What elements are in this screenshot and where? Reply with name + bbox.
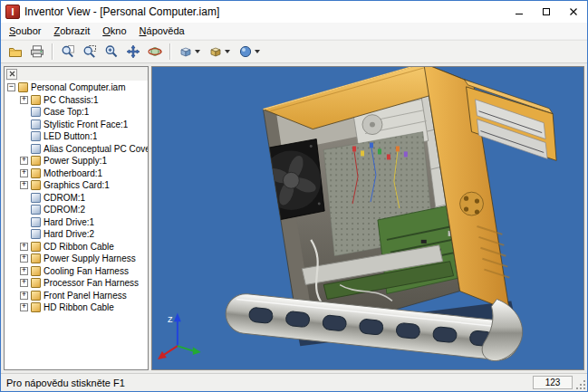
status-value: 123	[533, 376, 573, 389]
tree-expander-plus-icon[interactable]: +	[20, 157, 28, 165]
tree-item-label: Motherboard:1	[43, 168, 102, 178]
tree-item-label: Graphics Card:1	[43, 180, 110, 190]
maximize-button[interactable]	[533, 1, 560, 23]
tree-item[interactable]: CDROM:1	[5, 192, 148, 205]
close-button[interactable]	[560, 1, 587, 23]
tree-item-label: CD Ribbon Cable	[43, 242, 114, 252]
part-icon	[31, 120, 41, 129]
assembly-icon	[31, 95, 41, 105]
magnifier-page-icon	[61, 44, 75, 59]
zoom-window-button[interactable]	[79, 42, 100, 62]
tree-item[interactable]: +Cooling Fan Harness	[5, 265, 148, 278]
orbit-icon	[148, 44, 162, 59]
menu-item-2[interactable]: Okno	[96, 23, 132, 39]
tree-item[interactable]: +Processor Fan Harness	[5, 277, 148, 290]
part-icon	[31, 229, 41, 239]
tree-item[interactable]: Case Top:1	[5, 106, 148, 119]
tree-item-label: Power Supply:1	[43, 156, 107, 166]
tree-expander-plus-icon[interactable]: +	[20, 254, 28, 263]
assembly-icon	[31, 180, 41, 190]
tree-expander-plus-icon[interactable]: +	[20, 303, 28, 311]
tree-item[interactable]: +Power Supply Harness	[5, 253, 148, 265]
minimize-icon	[514, 6, 525, 17]
status-message: Pro nápovědu stiskněte F1	[1, 378, 533, 388]
assembly-icon	[31, 168, 41, 178]
print-button[interactable]	[26, 42, 47, 62]
look-at-button[interactable]	[175, 42, 204, 62]
tree-item[interactable]: Alias Conceptual PC Cover:1	[5, 143, 148, 156]
tree-expander-minus-icon[interactable]: −	[7, 83, 15, 91]
menu-item-3[interactable]: Nápověda	[133, 23, 191, 39]
browser-panel: −Personal Computer.iam+PC Chassis:1Case …	[4, 66, 149, 370]
cooling-fan	[257, 139, 325, 223]
viewport[interactable]: Z	[151, 66, 584, 370]
shaded-button[interactable]	[235, 42, 264, 62]
printer-icon	[30, 44, 44, 59]
view-face-cube-icon	[178, 44, 193, 59]
tree-expander-plus-icon[interactable]: +	[20, 279, 28, 287]
tree-item[interactable]: +CD Ribbon Cable	[5, 241, 148, 253]
close-panel-button[interactable]	[6, 69, 17, 80]
tree-item[interactable]: Hard Drive:1	[5, 216, 148, 229]
part-icon	[31, 217, 41, 227]
tree-item-label: Hard Drive:1	[43, 217, 94, 227]
tree-item-label: Hard Drive:2	[43, 229, 94, 239]
close-panel-icon	[9, 71, 15, 77]
app-window: I Inventor View - [Personal Computer.iam…	[0, 0, 588, 392]
triad-z-label: Z	[168, 315, 173, 324]
tree-expander-plus-icon[interactable]: +	[20, 292, 28, 300]
tree-item-label: Case Top:1	[43, 107, 89, 117]
menu-item-0[interactable]: Soubor	[3, 23, 47, 39]
tree-item-label: Stylistic Front Face:1	[43, 120, 128, 129]
dropdown-arrow-icon	[225, 50, 230, 53]
magnifier-plus-icon	[104, 44, 119, 59]
tree-item-label: Cooling Fan Harness	[43, 266, 129, 276]
tree-expander-plus-icon[interactable]: +	[20, 267, 28, 275]
title-bar[interactable]: I Inventor View - [Personal Computer.iam…	[1, 1, 587, 23]
tree-expander-plus-icon[interactable]: +	[20, 169, 28, 177]
tree-item[interactable]: CDROM:2	[5, 204, 148, 216]
tree-item-label: Processor Fan Harness	[43, 278, 139, 288]
zoom-all-button[interactable]	[57, 42, 78, 62]
zoom-button[interactable]	[101, 42, 121, 62]
toolbar-separator	[169, 43, 170, 60]
tree-item[interactable]: Stylistic Front Face:1	[5, 119, 148, 131]
display-mode-cube-icon	[208, 44, 223, 59]
tree-item[interactable]: +HD Ribbon Cable	[5, 301, 148, 314]
tree-item[interactable]: +Graphics Card:1	[5, 179, 148, 192]
open-button[interactable]	[5, 42, 25, 62]
tree-item[interactable]: Hard Drive:2	[5, 228, 148, 241]
tree-expander-plus-icon[interactable]: +	[20, 243, 28, 251]
pan-button[interactable]	[122, 42, 143, 62]
resize-grip[interactable]	[574, 378, 587, 391]
part-icon	[31, 107, 41, 117]
rotate-button[interactable]	[144, 42, 165, 62]
display-mode-button[interactable]	[205, 42, 234, 62]
tree-item-label: HD Ribbon Cable	[43, 302, 114, 312]
tree-item[interactable]: +PC Chassis:1	[5, 94, 148, 107]
tree-item-label: PC Chassis:1	[43, 95, 99, 105]
tree-expander-plus-icon[interactable]: +	[20, 96, 28, 104]
orientation-triad: Z	[158, 312, 201, 359]
tree-item[interactable]: +Motherboard:1	[5, 167, 148, 180]
tree-item[interactable]: LED Button:1	[5, 130, 148, 143]
menu-item-1[interactable]: Zobrazit	[47, 23, 96, 39]
shaded-sphere-icon	[238, 44, 253, 59]
open-folder-icon	[8, 44, 23, 59]
front-port-cluster	[460, 192, 484, 215]
browser-panel-header	[5, 67, 148, 81]
tree-expander-plus-icon[interactable]: +	[20, 181, 28, 189]
tree-item[interactable]: +Power Supply:1	[5, 155, 148, 167]
dropdown-arrow-icon	[255, 50, 260, 53]
window-title: Inventor View - [Personal Computer.iam]	[24, 5, 219, 18]
tree-item[interactable]: −Personal Computer.iam	[5, 81, 148, 94]
tree-item-label: Alias Conceptual PC Cover:1	[43, 144, 148, 154]
pc-model	[224, 67, 556, 362]
tree-item[interactable]: +Front Panel Harness	[5, 290, 148, 302]
assembly-icon	[31, 291, 41, 301]
tree-item-label: CDROM:2	[43, 205, 85, 215]
assembly-icon	[31, 302, 41, 312]
minimize-button[interactable]	[506, 1, 533, 23]
tree-item-label: Front Panel Harness	[43, 291, 127, 301]
menu-bar: SouborZobrazitOknoNápověda	[1, 23, 587, 40]
